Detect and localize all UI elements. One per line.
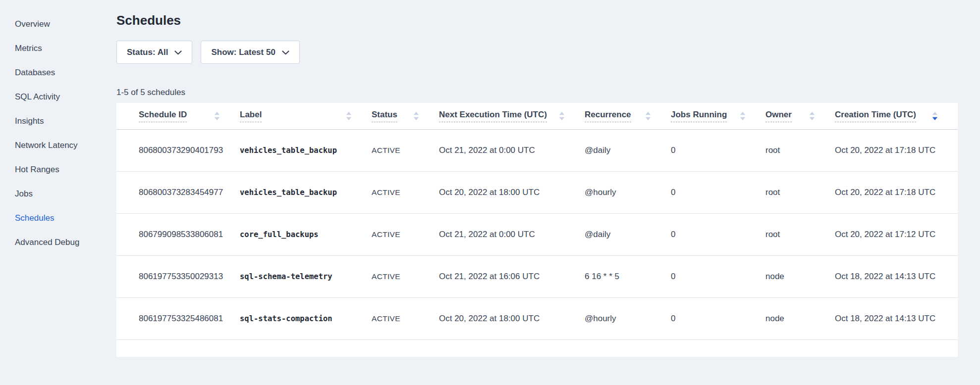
main-content: Schedules Status: All Show: Latest 50 1-… (116, 0, 980, 357)
cell-status: ACTIVE (372, 213, 439, 255)
sort-icon[interactable] (645, 112, 651, 120)
table-row[interactable]: 806197753325486081 sql-stats-compaction … (116, 297, 958, 339)
column-label: Creation Time (UTC) (835, 110, 916, 122)
sidebar-item-network-latency[interactable]: Network Latency (0, 133, 116, 157)
schedules-table-card: Schedule ID Label Status Next Execution … (116, 103, 958, 357)
table-row[interactable]: 806800373290401793 vehicles_table_backup… (116, 129, 958, 171)
cell-schedule-id[interactable]: 806800373290401793 (116, 129, 240, 171)
cell-jobs-running: 0 (671, 129, 765, 171)
sidebar-item-overview[interactable]: Overview (0, 12, 116, 36)
column-label: Schedule ID (139, 110, 187, 122)
status-filter-dropdown[interactable]: Status: All (116, 41, 192, 64)
column-header-label[interactable]: Label (240, 103, 372, 129)
cell-owner: node (765, 297, 835, 339)
show-filter-label: Show: Latest 50 (211, 48, 275, 57)
cell-label: vehicles_table_backup (240, 129, 372, 171)
chevron-down-icon (174, 50, 182, 55)
sidebar-item-schedules[interactable]: Schedules (0, 206, 116, 230)
cell-owner: root (765, 129, 835, 171)
cell-label: core_full_backups (240, 213, 372, 255)
cell-creation-time: Oct 20, 2022 at 17:18 UTC (835, 171, 958, 213)
sidebar-item-metrics[interactable]: Metrics (0, 36, 116, 60)
column-header-status[interactable]: Status (372, 103, 439, 129)
cell-next-execution-time: Oct 21, 2022 at 0:00 UTC (439, 129, 585, 171)
column-label: Label (240, 110, 262, 122)
cell-next-execution-time: Oct 20, 2022 at 18:00 UTC (439, 297, 585, 339)
cell-jobs-running: 0 (671, 171, 765, 213)
sort-icon[interactable] (559, 112, 565, 120)
cell-jobs-running: 0 (671, 213, 765, 255)
show-filter-dropdown[interactable]: Show: Latest 50 (201, 41, 299, 64)
cell-label: sql-stats-compaction (240, 297, 372, 339)
table-row[interactable]: 806800373283454977 vehicles_table_backup… (116, 171, 958, 213)
cell-jobs-running: 0 (671, 255, 765, 297)
cell-next-execution-time: Oct 21, 2022 at 0:00 UTC (439, 213, 585, 255)
column-label: Status (372, 110, 397, 122)
column-header-next-execution-time[interactable]: Next Execution Time (UTC) (439, 103, 585, 129)
cell-schedule-id[interactable]: 806197753350029313 (116, 255, 240, 297)
sort-icon[interactable] (740, 112, 746, 120)
chevron-down-icon (282, 50, 289, 55)
results-count: 1-5 of 5 schedules (116, 88, 980, 97)
page-title: Schedules (116, 13, 980, 28)
cell-label: sql-schema-telemetry (240, 255, 372, 297)
column-label: Recurrence (585, 110, 631, 122)
cell-recurrence: @daily (585, 129, 671, 171)
cell-schedule-id[interactable]: 806799098533806081 (116, 213, 240, 255)
sort-icon[interactable] (413, 112, 419, 120)
table-header-row: Schedule ID Label Status Next Execution … (116, 103, 958, 129)
column-header-schedule-id[interactable]: Schedule ID (116, 103, 240, 129)
cell-jobs-running: 0 (671, 297, 765, 339)
column-header-creation-time[interactable]: Creation Time (UTC) (835, 103, 958, 129)
filter-bar: Status: All Show: Latest 50 (116, 41, 980, 64)
cell-creation-time: Oct 18, 2022 at 14:13 UTC (835, 297, 958, 339)
cell-recurrence: @daily (585, 213, 671, 255)
sidebar-item-advanced-debug[interactable]: Advanced Debug (0, 230, 116, 254)
column-label: Next Execution Time (UTC) (439, 110, 547, 122)
cell-next-execution-time: Oct 21, 2022 at 16:06 UTC (439, 255, 585, 297)
status-filter-label: Status: All (127, 48, 168, 57)
cell-schedule-id[interactable]: 806197753325486081 (116, 297, 240, 339)
sort-icon[interactable] (932, 112, 938, 120)
sort-icon[interactable] (346, 112, 352, 120)
sort-icon[interactable] (214, 112, 220, 120)
cell-owner: node (765, 255, 835, 297)
sidebar-item-insights[interactable]: Insights (0, 109, 116, 133)
table-row[interactable]: 806197753350029313 sql-schema-telemetry … (116, 255, 958, 297)
sidebar-item-jobs[interactable]: Jobs (0, 182, 116, 206)
cell-creation-time: Oct 20, 2022 at 17:18 UTC (835, 129, 958, 171)
cell-recurrence: 6 16 * * 5 (585, 255, 671, 297)
cell-status: ACTIVE (372, 171, 439, 213)
sidebar: Overview Metrics Databases SQL Activity … (0, 0, 116, 254)
sidebar-item-databases[interactable]: Databases (0, 60, 116, 85)
cell-status: ACTIVE (372, 255, 439, 297)
column-header-jobs-running[interactable]: Jobs Running (671, 103, 765, 129)
table-row[interactable]: 806799098533806081 core_full_backups ACT… (116, 213, 958, 255)
cell-creation-time: Oct 20, 2022 at 17:12 UTC (835, 213, 958, 255)
sidebar-item-sql-activity[interactable]: SQL Activity (0, 85, 116, 109)
cell-recurrence: @hourly (585, 297, 671, 339)
cell-schedule-id[interactable]: 806800373283454977 (116, 171, 240, 213)
column-header-owner[interactable]: Owner (765, 103, 835, 129)
cell-owner: root (765, 171, 835, 213)
column-header-recurrence[interactable]: Recurrence (585, 103, 671, 129)
sidebar-item-hot-ranges[interactable]: Hot Ranges (0, 157, 116, 182)
cell-recurrence: @hourly (585, 171, 671, 213)
cell-label: vehicles_table_backup (240, 171, 372, 213)
cell-creation-time: Oct 18, 2022 at 14:13 UTC (835, 255, 958, 297)
sort-icon[interactable] (809, 112, 815, 120)
cell-status: ACTIVE (372, 129, 439, 171)
cell-owner: root (765, 213, 835, 255)
schedules-table: Schedule ID Label Status Next Execution … (116, 103, 958, 340)
cell-status: ACTIVE (372, 297, 439, 339)
column-label: Jobs Running (671, 110, 727, 122)
column-label: Owner (765, 110, 792, 122)
cell-next-execution-time: Oct 20, 2022 at 18:00 UTC (439, 171, 585, 213)
